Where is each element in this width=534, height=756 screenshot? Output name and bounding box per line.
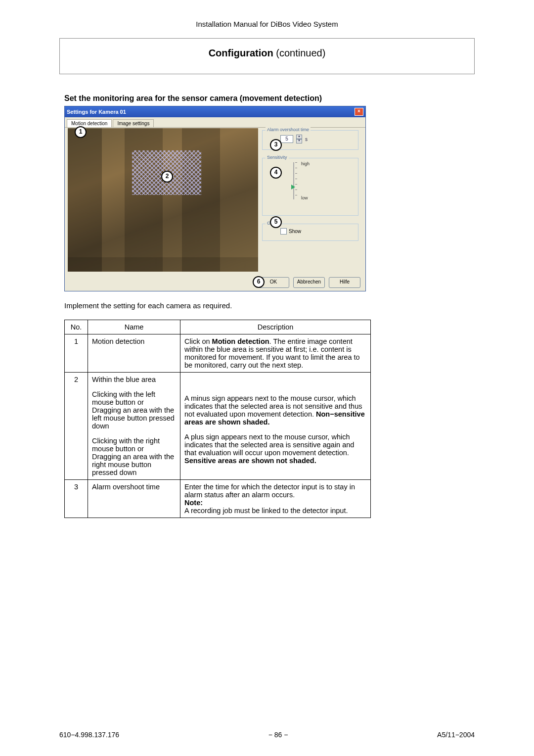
cell-description: Click on Motion detection. The entire im… — [180, 334, 371, 373]
close-icon[interactable]: × — [355, 108, 363, 116]
dialog-title: Settings for Kamera 01 — [67, 109, 126, 115]
tab-motion-detection[interactable]: Motion detection — [67, 119, 112, 127]
callout-2: 2 — [161, 171, 173, 183]
sensitivity-slider[interactable]: high low — [291, 162, 321, 199]
name-line: Dragging an area with the right mouse bu… — [92, 453, 176, 476]
footer-left: 610−4.998.137.176 — [59, 731, 119, 739]
cell-name: Alarm overshoot time — [88, 480, 180, 518]
dialog-button-row: OK Abbrechen Hilfe — [258, 277, 360, 288]
cell-name: Motion detection — [88, 334, 180, 373]
name-line: Clicking with the right mouse button or — [92, 437, 176, 453]
desc-line: Enter the time for which the detector in… — [184, 483, 366, 499]
legend-alarm-overshoot: Alarm overshoot time — [266, 127, 311, 132]
spinner-up-icon[interactable]: ▲ — [296, 135, 302, 139]
desc-line: A recording job must be linked to the de… — [184, 507, 366, 515]
cell-name: Within the blue area Clicking with the l… — [88, 373, 180, 480]
cell-no: 1 — [65, 334, 88, 373]
overshoot-unit: s — [305, 137, 308, 142]
name-line: Within the blue area — [92, 376, 176, 383]
col-header-description: Description — [180, 320, 371, 334]
subheading: Set the monitoring area for the sensor c… — [59, 94, 475, 103]
callout-6: 6 — [253, 276, 265, 288]
callout-5: 5 — [270, 216, 282, 228]
slider-ticks — [295, 162, 298, 199]
slider-thumb-icon[interactable] — [291, 185, 295, 189]
grid-show-label: Show — [289, 229, 301, 234]
cell-description: A minus sign appears next to the mouse c… — [180, 373, 371, 480]
camera-preview[interactable] — [68, 128, 258, 272]
page-footer: 610−4.998.137.176 − 86 − A5/11−2004 — [59, 731, 475, 739]
sensitivity-high-label: high — [301, 161, 310, 166]
desc-bold: Sensitive areas are shown not shaded. — [184, 457, 316, 465]
cancel-button[interactable]: Abbrechen — [293, 277, 325, 288]
dialog-body: Alarm overshoot time 5 ▲ ▼ s Sensitivity — [68, 128, 362, 276]
section-heading-box: Configuration (continued) — [59, 38, 475, 74]
spinner-buttons[interactable]: ▲ ▼ — [296, 135, 302, 143]
document-header: Installation Manual for DiBos Video Syst… — [59, 20, 475, 28]
cell-no: 3 — [65, 480, 88, 518]
tab-strip: Motion detection Image settings — [65, 117, 365, 128]
footer-center: − 86 − — [268, 731, 288, 739]
tab-image-settings[interactable]: Image settings — [113, 119, 154, 127]
desc-text: A plus sign appears next to the mouse cu… — [184, 433, 354, 457]
cell-no: 2 — [65, 373, 88, 480]
help-button[interactable]: Hilfe — [329, 277, 360, 288]
table-header-row: No. Name Description — [65, 320, 371, 334]
col-header-name: Name — [88, 320, 180, 334]
footer-right: A5/11−2004 — [437, 731, 475, 739]
table-row: 1 Motion detection Click on Motion detec… — [65, 334, 371, 373]
callout-4: 4 — [270, 167, 282, 179]
cell-description: Enter the time for which the detector in… — [180, 480, 371, 518]
description-table: No. Name Description 1 Motion detection … — [64, 320, 371, 518]
sensitivity-low-label: low — [301, 195, 308, 200]
slider-track — [293, 162, 294, 199]
instruction-text: Implement the setting for each camera as… — [64, 301, 475, 310]
name-line: Clicking with the left mouse button or — [92, 390, 176, 406]
col-header-no: No. — [65, 320, 88, 334]
spinner-down-icon[interactable]: ▼ — [296, 139, 302, 143]
name-line: Dragging an area with the left mouse but… — [92, 406, 176, 430]
grid-show-checkbox[interactable] — [280, 228, 287, 235]
overshoot-time-input[interactable]: 5 — [280, 135, 293, 143]
table-row: 3 Alarm overshoot time Enter the time fo… — [65, 480, 371, 518]
settings-dialog-screenshot: Settings for Kamera 01 × Motion detectio… — [64, 106, 366, 291]
note-label: Note: — [184, 499, 203, 507]
desc-bold: Motion detection — [212, 337, 269, 345]
legend-sensitivity: Sensitivity — [266, 155, 289, 160]
desc-text: Click on — [184, 337, 212, 345]
callout-3: 3 — [270, 139, 282, 151]
dialog-titlebar: Settings for Kamera 01 × — [65, 106, 365, 117]
callout-1: 1 — [75, 126, 87, 138]
section-heading-rest: (continued) — [273, 47, 326, 58]
table-row: 2 Within the blue area Clicking with the… — [65, 373, 371, 480]
section-heading-bold: Configuration — [209, 47, 273, 58]
